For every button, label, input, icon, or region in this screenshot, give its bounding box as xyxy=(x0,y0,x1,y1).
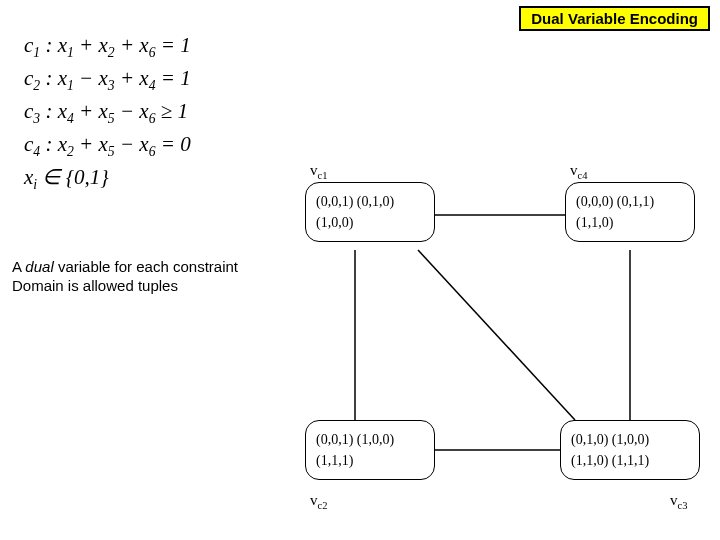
constraint-c4: c4 : x2 + x5 − x6 = 0 xyxy=(24,129,191,162)
label-vc1: vc1 xyxy=(310,162,327,181)
note-line1: A dual variable for each constraint xyxy=(12,258,238,277)
vc4-row2: (1,1,0) xyxy=(576,212,684,233)
vc2-row1: (0,0,1) (1,0,0) xyxy=(316,429,424,450)
node-vc1: (0,0,1) (0,1,0) (1,0,0) xyxy=(305,182,435,242)
edge-vc1-vc3 xyxy=(418,250,575,420)
constraint-c1: c1 : x1 + x2 + x6 = 1 xyxy=(24,30,191,63)
vc3-row2: (1,1,0) (1,1,1) xyxy=(571,450,689,471)
node-vc2: (0,0,1) (1,0,0) (1,1,1) xyxy=(305,420,435,480)
vc1-row1: (0,0,1) (0,1,0) xyxy=(316,191,424,212)
constraint-c2: c2 : x1 − x3 + x4 = 1 xyxy=(24,63,191,96)
vc3-row1: (0,1,0) (1,0,0) xyxy=(571,429,689,450)
constraint-domain: xi ∈ {0,1} xyxy=(24,162,191,195)
label-vc2: vc2 xyxy=(310,492,327,511)
label-vc4: vc4 xyxy=(570,162,587,181)
vc1-row2: (1,0,0) xyxy=(316,212,424,233)
node-vc4: (0,0,0) (0,1,1) (1,1,0) xyxy=(565,182,695,242)
label-vc3: vc3 xyxy=(670,492,687,511)
dual-graph: vc1 (0,0,1) (0,1,0) (1,0,0) vc4 (0,0,0) … xyxy=(300,170,710,530)
explanation-note: A dual variable for each constraint Doma… xyxy=(12,258,238,296)
vc4-row1: (0,0,0) (0,1,1) xyxy=(576,191,684,212)
constraint-list: c1 : x1 + x2 + x6 = 1 c2 : x1 − x3 + x4 … xyxy=(24,30,191,195)
node-vc3: (0,1,0) (1,0,0) (1,1,0) (1,1,1) xyxy=(560,420,700,480)
note-line2: Domain is allowed tuples xyxy=(12,277,238,296)
constraint-c3: c3 : x4 + x5 − x6 ≥ 1 xyxy=(24,96,191,129)
title-badge: Dual Variable Encoding xyxy=(519,6,710,31)
vc2-row2: (1,1,1) xyxy=(316,450,424,471)
